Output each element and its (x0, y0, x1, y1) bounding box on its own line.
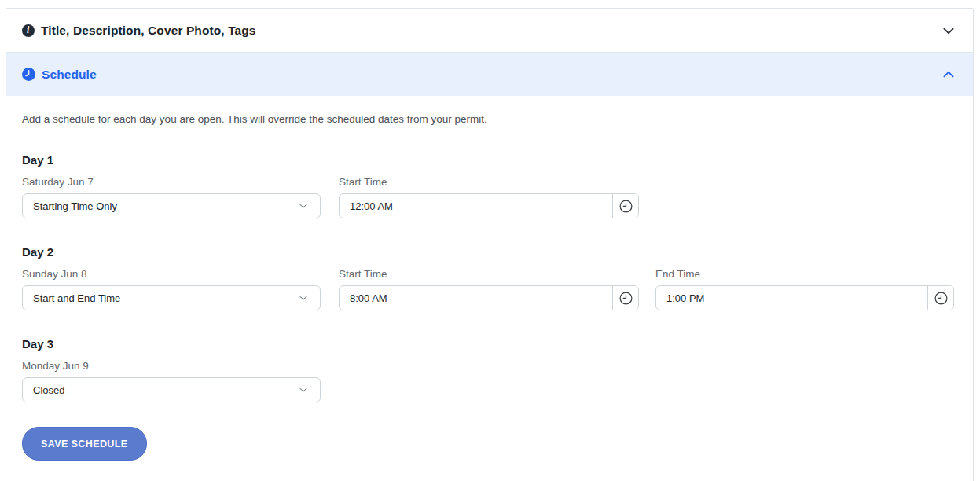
next-section-divider (22, 472, 957, 481)
day-1-date-label: Saturday Jun 7 (22, 176, 321, 188)
section-header-left: i Title, Description, Cover Photo, Tags (22, 24, 256, 38)
day-2-date-label: Sunday Jun 8 (22, 268, 321, 280)
day-2-end-time-label: End Time (655, 268, 954, 280)
day-3-row: Monday Jun 9 Closed (22, 360, 957, 402)
clock-icon (618, 291, 633, 306)
day-2-type-field: Sunday Jun 8 Start and End Time (22, 268, 321, 310)
day-1-start-time-picker-button[interactable] (612, 194, 638, 218)
chevron-down-icon[interactable] (940, 22, 957, 39)
section-title: Title, Description, Cover Photo, Tags (41, 24, 256, 38)
event-settings-accordion: i Title, Description, Cover Photo, Tags … (6, 8, 974, 481)
day-3-type-field: Monday Jun 9 Closed (22, 360, 321, 402)
chevron-up-icon[interactable] (940, 66, 957, 83)
day-2-start-time-picker-button[interactable] (612, 286, 638, 310)
day-3-title: Day 3 (22, 337, 957, 351)
info-circle-icon: i (22, 24, 35, 37)
day-1-start-time-group: 12:00 AM (339, 193, 639, 218)
day-2-end-time-input[interactable]: 1:00 PM (656, 286, 927, 310)
day-2-block: Day 2 Sunday Jun 8 Start and End Time S (22, 245, 957, 310)
chevron-down-icon (297, 292, 310, 304)
day-2-title: Day 2 (22, 245, 957, 259)
day-2-schedule-type-select[interactable]: Start and End Time (22, 285, 321, 310)
section-title: Schedule (42, 68, 97, 82)
day-1-block: Day 1 Saturday Jun 7 Starting Time Only (22, 153, 957, 218)
day-2-schedule-type-value: Start and End Time (33, 292, 120, 304)
day-1-start-time-label: Start Time (339, 176, 637, 188)
day-2-end-time-group: 1:00 PM (655, 285, 954, 310)
day-1-start-time-input[interactable]: 12:00 AM (340, 194, 612, 218)
day-2-end-field: End Time 1:00 PM (655, 268, 954, 310)
chevron-down-icon (297, 384, 310, 396)
day-2-start-time-label: Start Time (339, 268, 637, 280)
clock-filled-icon (22, 68, 35, 81)
clock-icon (618, 199, 633, 214)
day-2-start-field: Start Time 8:00 AM (339, 268, 637, 310)
day-1-type-field: Saturday Jun 7 Starting Time Only (22, 176, 321, 218)
day-3-block: Day 3 Monday Jun 9 Closed (22, 337, 957, 402)
clock-icon (934, 291, 949, 306)
day-1-schedule-type-select[interactable]: Starting Time Only (22, 193, 321, 218)
day-1-schedule-type-value: Starting Time Only (33, 200, 117, 212)
schedule-description: Add a schedule for each day you are open… (22, 113, 957, 125)
schedule-panel: Add a schedule for each day you are open… (6, 96, 973, 481)
section-header-left: Schedule (22, 68, 97, 82)
day-2-row: Sunday Jun 8 Start and End Time Start Ti… (22, 268, 957, 310)
day-1-row: Saturday Jun 7 Starting Time Only Start … (22, 176, 957, 218)
section-header-schedule[interactable]: Schedule (6, 52, 973, 96)
day-1-title: Day 1 (22, 153, 957, 167)
day-3-schedule-type-value: Closed (33, 384, 64, 396)
chevron-down-icon (297, 200, 310, 212)
save-schedule-button[interactable]: SAVE SCHEDULE (22, 427, 147, 461)
day-3-date-label: Monday Jun 9 (22, 360, 321, 372)
day-2-end-time-picker-button[interactable] (927, 286, 953, 310)
day-1-start-field: Start Time 12:00 AM (339, 176, 637, 218)
day-2-start-time-group: 8:00 AM (339, 285, 639, 310)
day-3-schedule-type-select[interactable]: Closed (22, 377, 321, 402)
section-header-title-description[interactable]: i Title, Description, Cover Photo, Tags (6, 9, 973, 52)
day-2-start-time-input[interactable]: 8:00 AM (340, 286, 612, 310)
